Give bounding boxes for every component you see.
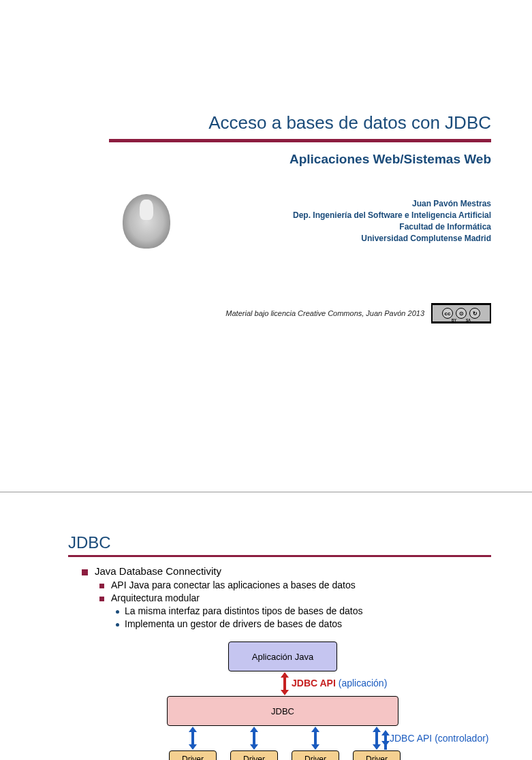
square-bullet-icon [99, 584, 104, 588]
author-name: Juan Pavón Mestras [191, 198, 491, 210]
bullet-level2: API Java para conectar las aplicaciones … [99, 580, 491, 590]
bullet-text: Implementa un gestor de drivers de bases… [125, 618, 342, 629]
double-arrow-blue-icon [373, 727, 381, 750]
api-controller-label: JDBC API (controlador) [381, 730, 489, 746]
bullet-text: La misma interfaz para distintos tipos d… [125, 605, 362, 616]
bullet-text: API Java para conectar las aplicaciones … [111, 580, 356, 590]
drv-l1: Driver [243, 755, 265, 760]
author-university: Universidad Complutense Madrid [191, 233, 491, 244]
double-arrow-red-icon [281, 672, 289, 695]
slide1-title: Acceso a bases de datos con JDBC [41, 112, 491, 133]
api-app-paren: (aplicación) [339, 678, 388, 688]
double-arrow-blue-icon [311, 727, 319, 750]
cc-sa-icon: ↻ [469, 308, 480, 319]
api-app-bold: JDBC API [292, 678, 336, 688]
license-row: Material bajo licencia Creative Commons,… [41, 303, 491, 323]
drv-l1: Driver [366, 755, 388, 760]
bullet-list: Java Database Connectivity API Java para… [82, 565, 491, 629]
cc-logo-icon: cc [442, 308, 453, 319]
slide1-subtitle: Aplicaciones Web/Sistemas Web [41, 152, 491, 167]
drv-l1: Driver [304, 755, 326, 760]
cc-sa-label: SA [466, 318, 471, 322]
drv-l1: Driver [182, 755, 204, 760]
bullet-level1: Java Database Connectivity [82, 565, 491, 577]
bullet-level3: La misma interfaz para distintos tipos d… [116, 605, 491, 616]
slide2-heading: JDBC [68, 533, 491, 552]
author-text: Juan Pavón Mestras Dep. Ingeniería del S… [191, 198, 491, 244]
api-app-label: JDBC API (aplicación) [292, 678, 387, 688]
diagram-app-box: Aplicación Java [228, 642, 337, 671]
diagram-driver-box: DriverSybase [292, 750, 339, 760]
diagram-jdbc-box: JDBC [167, 696, 398, 726]
bullet-level3: Implementa un gestor de drivers de bases… [116, 618, 491, 629]
diagram-driver-box: DriverOracle [230, 750, 278, 760]
square-bullet-icon [82, 569, 88, 575]
jdbc-architecture-diagram: Aplicación Java JDBC API (aplicación) JD… [109, 642, 490, 760]
bullet-text: Arquitectura modular [111, 592, 200, 603]
double-arrow-blue-icon [381, 730, 388, 746]
double-arrow-blue-icon [250, 727, 258, 750]
author-dept: Dep. Ingeniería del Software e Inteligen… [191, 210, 491, 221]
university-seal-icon [123, 194, 170, 249]
square-bullet-icon [99, 597, 104, 601]
slide-1-title-slide: Acceso a bases de datos con JDBC Aplicac… [0, 112, 532, 492]
slide-2-content-slide: JDBC Java Database Connectivity API Java… [0, 533, 532, 760]
bullet-text: Java Database Connectivity [95, 565, 221, 577]
title-underline [109, 139, 491, 142]
cc-by-sa-badge-icon: cc ⊙ ↻ BY SA [431, 303, 491, 323]
author-block: Juan Pavón Mestras Dep. Ingeniería del S… [41, 194, 491, 249]
dot-bullet-icon [116, 623, 119, 627]
diagram-driver-box: DriverMySQL [169, 750, 217, 760]
license-text: Material bajo licencia Creative Commons,… [225, 309, 424, 317]
author-faculty: Facultad de Informática [191, 221, 491, 233]
dot-bullet-icon [116, 610, 119, 614]
diagram-driver-box: DriverDB2 [353, 750, 401, 760]
cc-by-icon: ⊙ [456, 308, 467, 319]
cc-by-label: BY [452, 318, 456, 322]
heading-underline [68, 555, 491, 557]
double-arrow-blue-icon [189, 727, 197, 750]
api-ctl-text: JDBC API (controlador) [390, 733, 489, 744]
bullet-level2: Arquitectura modular [99, 592, 491, 603]
